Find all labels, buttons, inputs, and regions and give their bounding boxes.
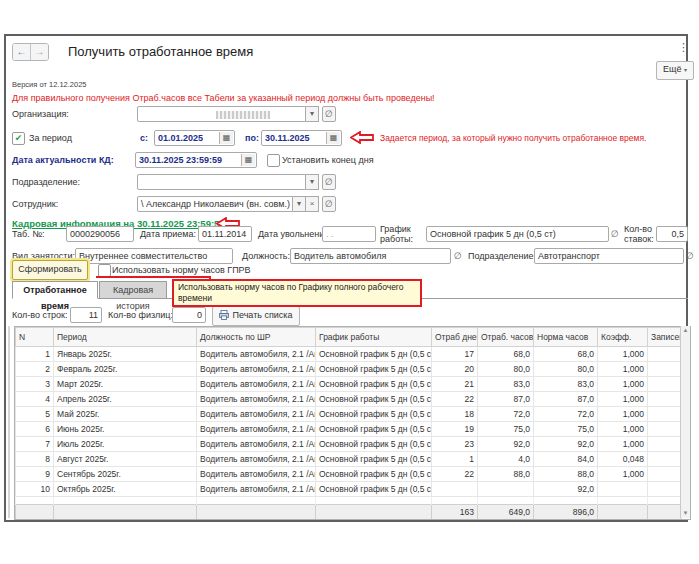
cell-schedule[interactable]: Основной график 5 дн (0,5 ст) [316,452,432,467]
cell-position[interactable]: Водитель автомобиля, 2.1 /Ав... [197,392,316,407]
cell-ki-records[interactable] [648,452,682,467]
cell-n[interactable]: 7 [16,437,54,452]
cell-worked-days[interactable] [432,482,478,497]
cell-period[interactable]: Февраль 2025г. [54,362,197,377]
calendar-icon[interactable]: ▦ [241,154,255,166]
table-row[interactable]: 7 Июль 2025г. Водитель автомобиля, 2.1 /… [16,437,682,452]
tab-worked-time[interactable]: Отработанное время [12,281,98,299]
cell-coeff[interactable]: 1,000 [598,407,648,422]
cell-norm-hours[interactable]: 88,0 [534,467,598,482]
cell-period[interactable]: Октябрь 2025г. [54,482,197,497]
cell-ki-records[interactable] [648,482,682,497]
cell-norm-hours[interactable]: 87,0 [534,392,598,407]
cell-norm-hours[interactable]: 84,0 [534,452,598,467]
cell-n[interactable]: 8 [16,452,54,467]
schedule-input[interactable]: Основной график 5 дн (0,5 ст) [426,226,609,242]
cell-worked-hours[interactable]: 75,0 [478,422,534,437]
back-button[interactable]: ← [13,44,30,60]
department-choose-icon[interactable]: ∅ [322,174,336,190]
cell-worked-days[interactable]: 22 [432,467,478,482]
cell-worked-days[interactable]: 22 [432,392,478,407]
cell-position[interactable]: Водитель автомобиля, 2.1 /Ав... [197,407,316,422]
employee-value[interactable]: \ Александр Николаевич (вн. совм.) [137,196,293,212]
cell-worked-hours[interactable]: 72,0 [478,407,534,422]
cell-coeff[interactable]: 1,000 [598,377,648,392]
cell-coeff[interactable]: 1,000 [598,437,648,452]
cell-ki-records[interactable] [648,467,682,482]
cell-coeff[interactable]: 1,000 [598,422,648,437]
tab-no-input[interactable]: 0000290056 [66,226,134,242]
table-row[interactable]: 10 Октябрь 2025г. Водитель автомобиля, 2… [16,482,682,497]
employment-input[interactable]: Внутреннее совместительство [75,248,233,264]
cell-worked-days[interactable]: 20 [432,362,478,377]
employee-dropdown-icon[interactable]: ▾ [293,196,306,212]
cell-worked-hours[interactable]: 80,0 [478,362,534,377]
cell-ki-records[interactable] [648,347,682,362]
scroll-down-icon[interactable]: ▼ [681,509,690,518]
generate-button[interactable]: Сформировать [12,260,88,280]
department-dropdown-icon[interactable]: ▾ [306,174,319,190]
cell-worked-days[interactable]: 17 [432,347,478,362]
cell-period[interactable]: Январь 2025г. [54,347,197,362]
cell-coeff[interactable]: 0,048 [598,452,648,467]
period-to-input[interactable]: 30.11.2025 ▦ [261,130,342,146]
cell-worked-hours[interactable]: 92,0 [478,437,534,452]
hire-date-input[interactable]: 01.11.2014 [198,226,252,242]
table-scrollbar[interactable]: ▲ ▼ [680,326,690,518]
cell-worked-hours[interactable]: 88,0 [478,467,534,482]
organization-value[interactable] [137,106,306,122]
cell-norm-hours[interactable]: 80,0 [534,362,598,377]
period-from-input[interactable]: 01.01.2025 ▦ [154,130,235,146]
forward-button[interactable]: → [30,44,48,60]
cell-schedule[interactable]: Основной график 5 дн (0,5 ст) [316,392,432,407]
position-input[interactable]: Водитель автомобиля [290,248,451,264]
cell-worked-days[interactable]: 1 [432,452,478,467]
cell-worked-hours[interactable]: 87,0 [478,392,534,407]
table-row[interactable]: 5 Май 2025г. Водитель автомобиля, 2.1 /А… [16,407,682,422]
cell-period[interactable]: Апрель 2025г. [54,392,197,407]
cell-schedule[interactable]: Основной график 5 дн (0,5 ст) [316,467,432,482]
end-of-day-label[interactable]: Установить конец дня [282,155,374,165]
employee-combo[interactable]: \ Александр Николаевич (вн. совм.) ▾ × ∅ [137,196,336,212]
rows-count-input[interactable]: 11 [70,307,102,323]
table-row[interactable]: 6 Июнь 2025г. Водитель автомобиля, 2.1 /… [16,422,682,437]
organization-combo[interactable]: ▾ ∅ [137,106,336,122]
cell-period[interactable]: Июнь 2025г. [54,422,197,437]
col-worked-days[interactable]: Отраб дней [432,328,478,347]
cell-worked-hours[interactable]: 68,0 [478,347,534,362]
cell-period[interactable]: Сентябрь 2025г. [54,467,197,482]
rate-input[interactable]: 0,5 [656,226,688,242]
cell-schedule[interactable]: Основной график 5 дн (0,5 ст) [316,362,432,377]
col-period[interactable]: Период [54,328,197,347]
cell-position[interactable]: Водитель автомобиля, 2.1 /Ав... [197,437,316,452]
col-n[interactable]: N [16,328,54,347]
cell-n[interactable]: 1 [16,347,54,362]
cell-worked-days[interactable]: 19 [432,422,478,437]
cell-schedule[interactable]: Основной график 5 дн (0,5 ст) [316,437,432,452]
table-row[interactable]: 8 Август 2025г. Водитель автомобиля, 2.1… [16,452,682,467]
persons-count-input[interactable]: 0 [172,307,206,323]
col-position[interactable]: Должность по ШР [197,328,316,347]
calendar-icon[interactable]: ▦ [326,132,340,144]
more-menu-icon[interactable]: ⋮ [678,41,689,54]
cell-position[interactable]: Водитель автомобиля, 2.1 /Ав... [197,347,316,362]
col-norm-hours[interactable]: Норма часов [534,328,598,347]
cell-coeff[interactable] [598,482,648,497]
cell-norm-hours[interactable]: 83,0 [534,377,598,392]
table-row[interactable]: 3 Март 2025г. Водитель автомобиля, 2.1 /… [16,377,682,392]
col-schedule[interactable]: График работы [316,328,432,347]
cell-coeff[interactable]: 1,000 [598,347,648,362]
cell-ki-records[interactable] [648,362,682,377]
cell-schedule[interactable]: Основной график 5 дн (0,5 ст) [316,407,432,422]
gprv-checkbox-label[interactable]: Использовать норму часов ГПРВ [112,265,251,275]
table-row[interactable]: 4 Апрель 2025г. Водитель автомобиля, 2.1… [16,392,682,407]
cell-n[interactable]: 10 [16,482,54,497]
division-input[interactable]: Автотранспорт [534,248,684,264]
col-ki-records[interactable]: Записей КИ [648,328,682,347]
table-row[interactable]: 9 Сентябрь 2025г. Водитель автомобиля, 2… [16,467,682,482]
more-button[interactable]: Ещё ▾ [656,61,694,80]
cell-n[interactable]: 4 [16,392,54,407]
cell-coeff[interactable]: 1,000 [598,467,648,482]
cell-ki-records[interactable] [648,437,682,452]
cell-norm-hours[interactable]: 68,0 [534,347,598,362]
